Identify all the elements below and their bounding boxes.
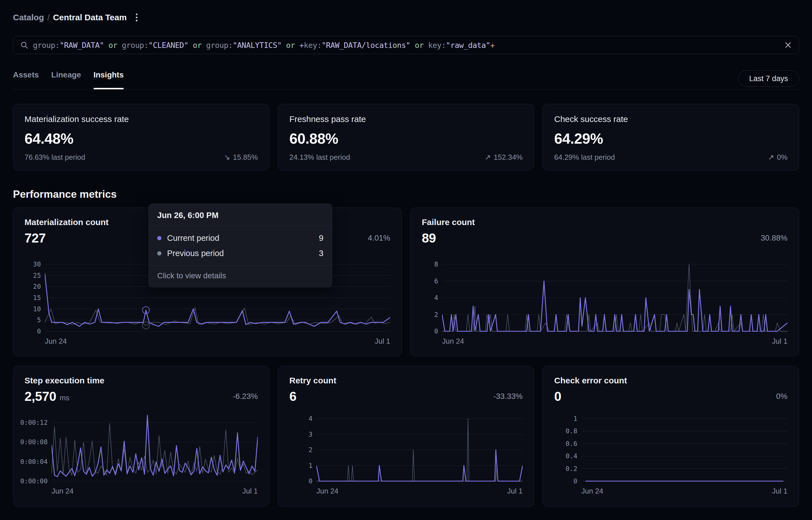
- x-axis-start-label: Jun 24: [442, 337, 464, 346]
- card-title: Materialization success rate: [25, 114, 258, 124]
- card-value: 64.29%: [554, 130, 787, 147]
- delta-value: 0%: [777, 153, 787, 162]
- chart-value: 89: [422, 230, 436, 245]
- breadcrumb: Catalog / Central Data Team: [13, 11, 799, 24]
- chart-title: Check error count: [554, 376, 787, 385]
- line-chart[interactable]: [45, 257, 390, 333]
- y-axis: 01234: [289, 412, 316, 483]
- last-period-value: 24.13% last period: [289, 153, 350, 162]
- charts-row-2: Step execution time 2,570 ms -6.23% 0:00…: [13, 366, 799, 507]
- chart-delta: 0%: [776, 392, 787, 401]
- charts-row-1: Materialization count 727 4.01% 05101520…: [13, 208, 799, 356]
- trend-up-icon: ↗: [485, 153, 491, 162]
- chart-title: Step execution time: [25, 376, 258, 385]
- chart-value: 0: [554, 389, 561, 404]
- tab-lineage[interactable]: Lineage: [51, 71, 81, 88]
- trend-down-icon: ↘: [224, 153, 230, 162]
- summary-card-check-success[interactable]: Check success rate 64.29% 64.29% last pe…: [543, 104, 799, 171]
- y-axis: 00.20.40.60.81: [554, 412, 581, 483]
- breadcrumb-catalog-link[interactable]: Catalog: [13, 13, 44, 22]
- line-chart[interactable]: [52, 412, 258, 483]
- y-axis: 0:00:000:00:040:00:080:00:12: [25, 412, 52, 483]
- chart-value-unit: ms: [60, 393, 70, 402]
- chart-delta: 30.88%: [761, 234, 787, 242]
- x-axis-start-label: Jun 24: [45, 337, 67, 346]
- kebab-menu-icon[interactable]: [134, 12, 139, 23]
- clear-search-icon[interactable]: [784, 41, 792, 49]
- last-period-value: 76.63% last period: [25, 153, 85, 162]
- summary-card-freshness-pass[interactable]: Freshness pass rate 60.88% 24.13% last p…: [278, 104, 534, 171]
- x-axis-start-label: Jun 24: [316, 487, 338, 495]
- tab-insights[interactable]: Insights: [94, 71, 124, 88]
- x-axis-end-label: Jul 1: [375, 337, 390, 346]
- breadcrumb-separator: /: [47, 13, 50, 22]
- delta-value: 15.85%: [233, 153, 258, 162]
- page-title: Central Data Team: [53, 13, 127, 22]
- x-axis-start-label: Jun 24: [581, 487, 603, 495]
- chart-title: Retry count: [289, 376, 523, 385]
- last-period-value: 64.29% last period: [554, 153, 615, 162]
- hovered-point-marker: [142, 307, 150, 314]
- line-chart[interactable]: [442, 257, 787, 333]
- chart-value: 2,570: [25, 389, 56, 404]
- delta-value: 152.34%: [494, 153, 523, 162]
- chart-card-step-execution-time[interactable]: Step execution time 2,570 ms -6.23% 0:00…: [13, 366, 269, 507]
- line-chart[interactable]: [581, 412, 787, 483]
- tab-assets[interactable]: Assets: [13, 71, 39, 88]
- chart-card-retry-count[interactable]: Retry count 6 -33.33% 01234 Jun 24 Jul 1: [278, 366, 534, 507]
- time-range-button[interactable]: Last 7 days: [738, 71, 799, 87]
- summary-cards-row: Materialization success rate 64.48% 76.6…: [13, 104, 799, 171]
- tab-bar: Assets Lineage Insights Last 7 days: [13, 67, 799, 89]
- asset-search-bar[interactable]: group:"RAW_DATA" or group:"CLEANED" or g…: [13, 36, 799, 54]
- chart-delta: 4.01%: [368, 234, 390, 242]
- search-input[interactable]: group:"RAW_DATA" or group:"CLEANED" or g…: [33, 41, 784, 50]
- x-axis-end-label: Jul 1: [242, 487, 258, 495]
- x-axis-end-label: Jul 1: [772, 337, 787, 346]
- summary-card-materialization-success[interactable]: Materialization success rate 64.48% 76.6…: [13, 104, 269, 171]
- chart-card-failure-count[interactable]: Failure count 89 30.88% 02468 Jun 24 Jul…: [410, 208, 799, 356]
- insights-page: Catalog / Central Data Team group:"RAW_D…: [0, 11, 812, 507]
- chart-card-materialization-count[interactable]: Materialization count 727 4.01% 05101520…: [13, 208, 402, 356]
- y-axis: 051015202530: [25, 257, 45, 333]
- card-value: 64.48%: [25, 130, 258, 147]
- chart-value: 6: [289, 389, 296, 404]
- chart-title: Failure count: [422, 217, 787, 227]
- card-title: Check success rate: [554, 114, 787, 124]
- card-title: Freshness pass rate: [289, 114, 523, 124]
- chart-card-check-error-count[interactable]: Check error count 0 0% 00.20.40.60.81 Ju…: [543, 366, 799, 507]
- x-axis-end-label: Jul 1: [507, 487, 523, 495]
- chart-delta: -33.33%: [493, 392, 523, 401]
- chart-value: 727: [25, 230, 46, 245]
- chart-delta: -6.23%: [233, 392, 258, 401]
- card-value: 60.88%: [289, 130, 523, 147]
- x-axis-start-label: Jun 24: [52, 487, 74, 495]
- y-axis: 02468: [422, 257, 442, 333]
- chart-title: Materialization count: [25, 217, 390, 227]
- hovered-point-marker: [142, 322, 150, 329]
- x-axis-end-label: Jul 1: [772, 487, 787, 495]
- line-chart[interactable]: [316, 412, 523, 483]
- search-icon: [20, 41, 28, 49]
- section-title: Performance metrics: [13, 188, 799, 200]
- trend-up-icon: ↗: [768, 153, 774, 162]
